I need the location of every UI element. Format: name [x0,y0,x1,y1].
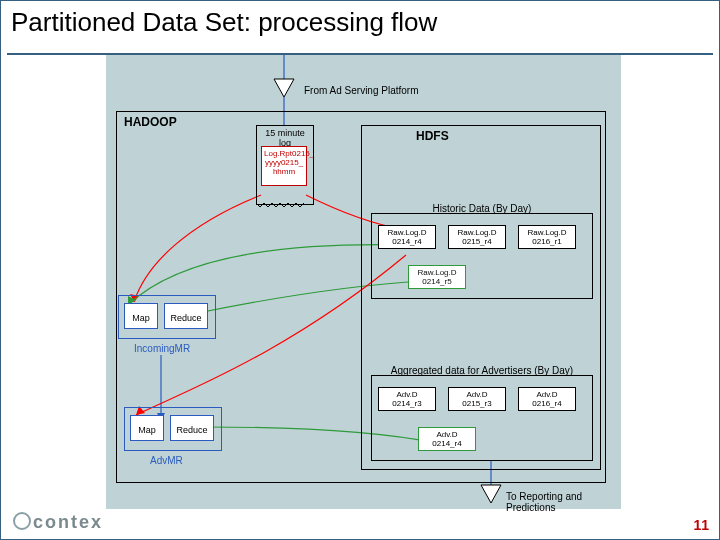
diagram-canvas: From Ad Serving Platform HADOOP 15 minut… [106,55,621,509]
log-container: 15 minute log Log.Rpt0215_ yyyy0215_ hhm… [256,125,314,205]
aggregated-title: Aggregated data for Advertisers (By Day) [371,365,593,376]
historic-file-1: Raw.Log.D 0215_r4 [448,225,506,249]
adv-reduce: Reduce [170,415,214,441]
agg-file-2: Adv.D 0216_r4 [518,387,576,411]
adv-map: Map [130,415,164,441]
historic-file-2: Raw.Log.D 0216_r1 [518,225,576,249]
page-number: 11 [693,517,709,533]
agg-file-0: Adv.D 0214_r3 [378,387,436,411]
hdfs-label: HDFS [416,129,449,143]
incoming-mr-label: IncomingMR [134,343,190,354]
from-platform-label: From Ad Serving Platform [304,85,418,96]
agg-moved: Adv.D 0214_r4 [418,427,476,451]
logo-circle-icon [13,512,31,530]
log-box-label: 15 minute log [259,128,311,148]
logo-text: contex [33,512,103,532]
historic-moved: Raw.Log.D 0214_r5 [408,265,466,289]
historic-title: Historic Data (By Day) [371,203,593,214]
to-reporting-label: To Reporting and Predictions [506,491,621,513]
logo: contex [13,512,103,533]
svg-marker-1 [274,79,294,97]
agg-file-1: Adv.D 0215_r3 [448,387,506,411]
incoming-map: Map [124,303,158,329]
hadoop-label: HADOOP [124,115,177,129]
historic-file-0: Raw.Log.D 0214_r4 [378,225,436,249]
adv-mr-label: AdvMR [150,455,183,466]
svg-marker-12 [481,485,501,503]
slide: Partitioned Data Set: processing flow [0,0,720,540]
log-file: Log.Rpt0215_ yyyy0215_ hhmm [261,146,307,186]
slide-title: Partitioned Data Set: processing flow [11,7,437,38]
incoming-reduce: Reduce [164,303,208,329]
